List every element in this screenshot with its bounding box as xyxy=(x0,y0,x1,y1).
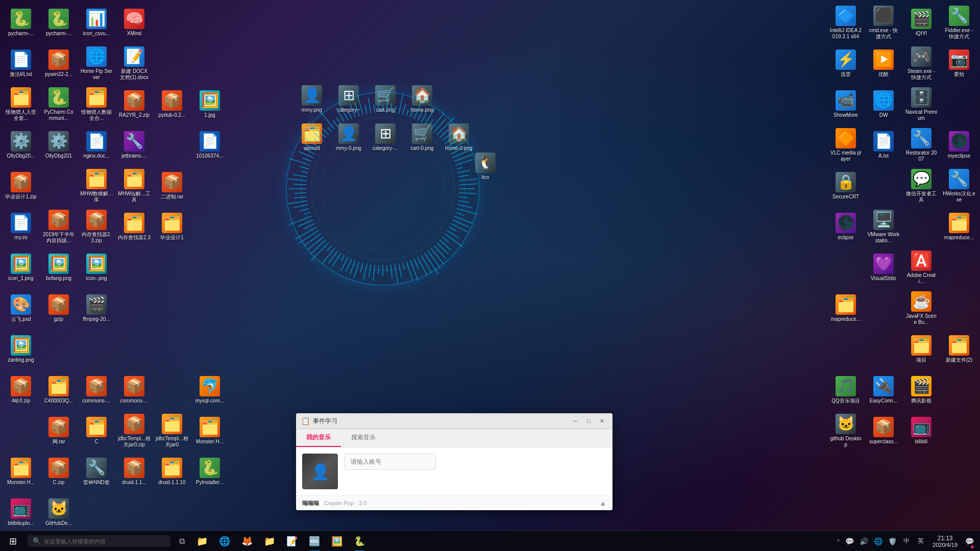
right-icon-VisualStdio[interactable]: 💜 VisualStdio xyxy=(865,247,902,287)
left-icon-bilibili[interactable]: 📺 bilibiliuplo... xyxy=(3,492,39,531)
left-icon-blank2[interactable] xyxy=(191,3,228,42)
left-icon-zanting[interactable]: 🖼️ zanting.png xyxy=(3,329,39,369)
right-icon-腾讯影视[interactable]: 🎬 腾讯影视 xyxy=(903,370,940,410)
left-icon-blank19[interactable] xyxy=(191,329,228,369)
left-icon-blank8[interactable] xyxy=(191,207,228,246)
left-icon-PyInstall1[interactable]: 🐍 PyInstaller... xyxy=(191,452,228,491)
left-icon-rar1[interactable]: 📦 网.rar xyxy=(40,411,77,450)
tray-chat-icon[interactable]: 💬 xyxy=(843,531,856,552)
right-icon-iqiyi[interactable]: 🎬 iQIYI xyxy=(903,3,940,42)
right-icon-vlc[interactable]: 🔶 VLC media player xyxy=(827,125,864,165)
left-icon-内存查找2[interactable]: 🗂️ 内存查找器2.3 xyxy=(116,207,153,246)
right-icon-VMware[interactable]: 🖥️ VMware Workstatio... xyxy=(865,207,902,246)
right-icon-blank_r5[interactable] xyxy=(941,247,977,287)
minimize-button[interactable]: ─ xyxy=(570,416,581,425)
left-icon-gzip1[interactable]: 📦 gzip xyxy=(40,288,77,328)
taskbar-app-photos[interactable]: 🖼️ xyxy=(326,531,348,552)
right-icon-JavaFX[interactable]: ☕ JavaFX Scene Bu... xyxy=(903,288,940,328)
left-icon-icon_csv[interactable]: 📊 icon_csvu... xyxy=(78,3,115,42)
right-icon-blank_r3[interactable] xyxy=(903,207,940,246)
left-icon-1jpg[interactable]: 🖼️ 1.jpg xyxy=(191,84,228,124)
right-icon-DW[interactable]: 🌐 DW xyxy=(865,84,902,124)
left-icon-ffmpeg[interactable]: 🎬 ffmpeg-20... xyxy=(78,288,115,328)
right-icon-a_txt[interactable]: 📄 A.txt xyxy=(865,125,902,165)
left-icon-mysql[interactable]: 🐬 mysql-com... xyxy=(191,370,228,410)
left-icon-blank25[interactable] xyxy=(191,492,228,531)
left-icon-nginx_doc[interactable]: 📄 nginx.doc... xyxy=(78,125,115,165)
close-button[interactable]: ✕ xyxy=(596,416,607,425)
right-icon-secureCRT[interactable]: 🔒 SecureCRT xyxy=(827,166,864,206)
left-icon-blank22[interactable] xyxy=(78,492,115,531)
right-icon-blank_r6[interactable] xyxy=(865,288,902,328)
tray-input-cn[interactable]: 中 xyxy=(900,531,913,552)
right-icon-blank_r9[interactable] xyxy=(865,329,902,369)
left-icon-blank10[interactable] xyxy=(154,247,190,287)
right-icon-EasyConn[interactable]: 🔌 EasyConn... xyxy=(865,370,902,410)
left-icon-pywin32[interactable]: 📦 pywin32-2... xyxy=(40,43,77,83)
left-icon-jetbrains[interactable]: 🔧 jetbrains-... xyxy=(116,125,153,165)
left-icon-blank12[interactable] xyxy=(116,288,153,328)
left-icon-blank13[interactable] xyxy=(154,288,190,328)
left-icon-pydub[interactable]: 📦 pydub-0.2... xyxy=(154,84,190,124)
taskbar-app-edge[interactable]: 🌐 xyxy=(213,531,236,552)
left-icon-pycharm1[interactable]: 🐍 pycharm-... xyxy=(3,3,39,42)
right-icon-爱拍[interactable]: 📷 爱拍 xyxy=(941,43,977,83)
maximize-button[interactable]: □ xyxy=(583,416,594,425)
left-icon-bofang[interactable]: 🖼️ bofang.png xyxy=(40,247,77,287)
right-icon-steam[interactable]: 🎮 Steam.exe - 快捷方式 xyxy=(903,43,940,83)
left-icon-blank11[interactable] xyxy=(191,247,228,287)
right-icon-myeclipse[interactable]: 🌑 myeclipse xyxy=(941,125,977,165)
left-icon-MonsterH2[interactable]: 🗂️ Monster.H... xyxy=(3,452,39,491)
scroll-up-button[interactable]: ▲ xyxy=(599,499,606,507)
taskbar-app-firefox[interactable]: 🦊 xyxy=(236,531,258,552)
tray-security-icon[interactable]: 🛡️ xyxy=(886,531,899,552)
tab-my-music[interactable]: 我的音乐 xyxy=(296,429,341,447)
left-icon-blank23[interactable] xyxy=(116,492,153,531)
left-icon-blank1[interactable] xyxy=(154,3,190,42)
right-icon-cmd[interactable]: ⬛ cmd.exe - 快捷方式 xyxy=(865,3,902,42)
left-icon-blank6[interactable] xyxy=(40,166,77,206)
left-icon-pycharm3[interactable]: 🐍 PyCharm Communi... xyxy=(40,84,77,124)
taskbar-app-python[interactable]: 🐍 xyxy=(348,531,371,552)
right-icon-blank_r2[interactable] xyxy=(865,166,902,206)
tray-volume-icon[interactable]: 🔊 xyxy=(857,531,870,552)
left-icon-blank21[interactable] xyxy=(3,411,39,450)
left-icon-c_zip[interactable]: 📦 C.zip xyxy=(40,452,77,491)
tray-network-icon[interactable]: 🌐 xyxy=(871,531,885,552)
left-icon-blank7[interactable] xyxy=(191,166,228,206)
left-icon-blank9[interactable] xyxy=(116,247,153,287)
right-icon-AdobeCreati[interactable]: 🅰️ Adobe Creati... xyxy=(903,247,940,287)
left-icon-MonsterH1[interactable]: 🗂️ Monster.H... xyxy=(191,411,228,450)
right-icon-mapreduce2[interactable]: 🗂️ mapreduce... xyxy=(827,288,864,328)
taskbar-search-input[interactable] xyxy=(44,538,156,544)
left-icon-4000zip[interactable]: 📦 4哈0.zip xyxy=(3,370,39,410)
left-icon-blank5[interactable] xyxy=(154,125,190,165)
left-icon-blank16[interactable] xyxy=(78,329,115,369)
left-icon-2019下半[interactable]: 📦 2019年下半年内容四级... xyxy=(40,207,77,246)
tab-search-music[interactable]: 搜索音乐 xyxy=(341,429,386,447)
taskbar-app-browser2[interactable]: 📁 xyxy=(258,531,281,552)
left-icon-新建docx[interactable]: 📝 新建 DOCX 文档(1).docx xyxy=(116,43,153,83)
left-icon-RA2YR[interactable]: 📦 RA2YR_2.zip xyxy=(116,84,153,124)
taskbar-app-word[interactable]: 📝 xyxy=(281,531,303,552)
right-icon-superclass[interactable]: 📦 superclass... xyxy=(865,411,902,450)
left-icon-MHW数模1[interactable]: 🗂️ MHW数模解...库 xyxy=(78,166,115,206)
left-icon-二进制1[interactable]: 📦 二进制.rar xyxy=(154,166,190,206)
left-icon-blank3[interactable] xyxy=(154,43,190,83)
taskbar-app-wps[interactable]: 🔤 xyxy=(303,531,326,552)
left-icon-blank18[interactable] xyxy=(154,329,190,369)
left-icon-home_ftp[interactable]: 🌐 Home Ftp Server xyxy=(78,43,115,83)
left-icon-xmind[interactable]: 🧠 XMind xyxy=(116,3,153,42)
right-icon-github2[interactable]: 🐱 github Desktop xyxy=(827,411,864,450)
login-input[interactable] xyxy=(344,454,436,470)
left-icon-MHW数模2[interactable]: 🗂️ MHW仙解...工具 xyxy=(116,166,153,206)
left-icon-blank4[interactable] xyxy=(191,43,228,83)
left-icon-github[interactable]: 🐱 GitHubDe... xyxy=(40,492,77,531)
right-icon-blank_r4[interactable] xyxy=(827,247,864,287)
right-icon-QQ音乐[interactable]: 🎵 QQ音乐项目 xyxy=(827,370,864,410)
right-icon-项目[interactable]: 🗂️ 项目 xyxy=(903,329,940,369)
left-icon-blank17[interactable] xyxy=(116,329,153,369)
left-icon-怪物猎人2[interactable]: 🗂️ 怪物猎人数据全合... xyxy=(78,84,115,124)
right-icon-迅雷[interactable]: ⚡ 迅雷 xyxy=(827,43,864,83)
left-icon-OllyDbg20[interactable]: ⚙️ OllyDbg20... xyxy=(3,125,39,165)
